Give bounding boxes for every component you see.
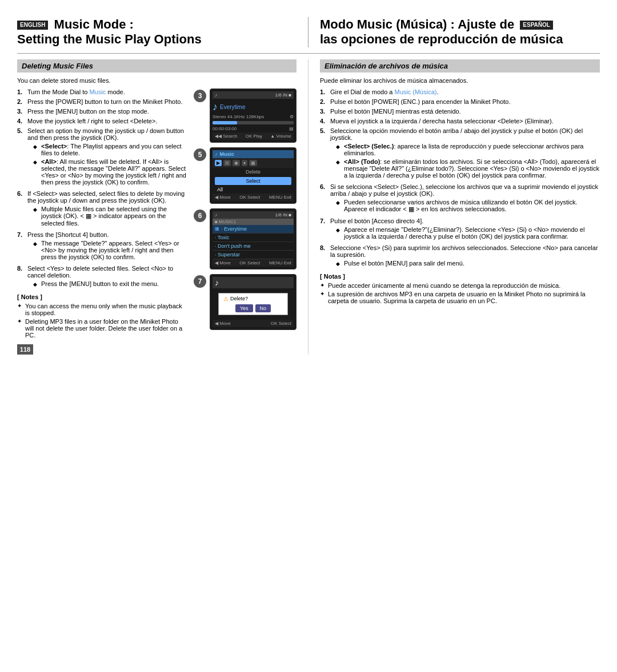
step-6: 6. If <Select> was selected, select file… <box>17 190 188 228</box>
bullet-r8-1: Pulse el botón [MENU] para salir del men… <box>336 260 600 267</box>
step-5-bullets: <Select>: The Playlist appears and you c… <box>27 143 188 186</box>
note-1: ✦ You can access the menu only when the … <box>17 303 188 316</box>
step-7-bullets: The message "Delete?" appears. Select <Y… <box>27 240 188 260</box>
screen-panel-7: ♪ ⚠ Delete? Yes No <box>210 274 297 330</box>
step-3: 3. Press the [MENU] button on the stop m… <box>17 108 188 115</box>
left-column: Deleting Music Files You can delete stor… <box>17 59 308 355</box>
steps-list-right: 1. Gire el Dial de modo a Music (Música)… <box>320 88 600 268</box>
screen3-time: 00:00:03:00 ▤ <box>213 126 294 131</box>
step-1: 1. Turn the Mode Dial to Music mode. <box>17 88 188 95</box>
main-content: Deleting Music Files You can delete stor… <box>17 59 600 355</box>
screen6-folder: ■ MUSIC1 <box>213 219 294 225</box>
step-r1: 1. Gire el Dial de modo a Music (Música)… <box>320 88 600 95</box>
bullet-5-1: <Select>: The Playlist appears and you c… <box>33 143 188 156</box>
step-8-bullets: Press the [MENU] button to exit the menu… <box>27 280 188 287</box>
left-steps-area: 1. Turn the Mode Dial to Music mode. 2. … <box>17 88 188 355</box>
screen-panel-3: ♪ 1/6 IN ■ ♪ Everytime Stereo 44.1KHz 12… <box>210 88 297 143</box>
english-title-line1: ENGLISH Music Mode : <box>17 17 297 32</box>
screen7-music-icon: ♪ <box>215 278 219 287</box>
screen-item-3: 3 ♪ 1/6 IN ■ ♪ Everytime Stereo <box>194 88 297 143</box>
bullet-6-1: Multiple Music files can be selected usi… <box>33 206 188 227</box>
screen5-header: ♪ Music <box>213 150 294 158</box>
steps-list-left: 1. Turn the Mode Dial to Music mode. 2. … <box>17 88 188 289</box>
screen7-bottombar: ◀ Move OK Select <box>213 320 294 327</box>
screen3-music-note: ♪ <box>213 101 218 113</box>
screen5-bottombar: ◀ Move OK Select MENU Exit <box>213 194 294 201</box>
title-left-line1: Music Mode : <box>54 17 134 31</box>
screen5-icon-row: ▶ ⊟ ◉ ♦ ▦ <box>213 158 294 168</box>
spanish-title-line1: Modo Music (Música) : Ajuste de ESPAÑOL <box>320 17 600 32</box>
bullet-r5-2: <All> (Todo): se eliminarán todos los ar… <box>336 158 600 179</box>
note-r1: ✦ Puede acceder únicamente al menú cuand… <box>320 282 600 289</box>
step-8: 8. Select <Yes> to delete selected files… <box>17 265 188 289</box>
spanish-title-text: Modo Music (Música) : Ajuste de <box>320 17 514 31</box>
left-section-title: Deleting Music Files <box>17 59 297 73</box>
screen7-buttons: Yes No <box>223 304 283 312</box>
notes-section-right: [ Notas ] ✦ Puede acceder únicamente al … <box>320 273 600 304</box>
screen6-file-4: · Superstar <box>213 251 294 259</box>
bullet-5-2: <All>: All music files will be deleted. … <box>33 158 188 186</box>
right-column: Eliminación de archivos de música Puede … <box>308 59 600 355</box>
page: ENGLISH Music Mode : Setting the Music P… <box>0 0 617 672</box>
screen3-progress-bar <box>213 121 294 124</box>
bullet-7-1: The message "Delete?" appears. Select <Y… <box>33 240 188 260</box>
notes-list-left: ✦ You can access the menu only when the … <box>17 303 188 339</box>
bullet-r7-1: Aparece el mensaje "Delete?"(¿Eliminar?)… <box>336 226 600 240</box>
screens-area: 3 ♪ 1/6 IN ■ ♪ Everytime Stereo <box>194 88 297 355</box>
note-r2: ✦ La supresión de archivos MP3 en una ca… <box>320 291 600 304</box>
screen3-track-name: Everytime <box>220 103 245 111</box>
page-header: ENGLISH Music Mode : Setting the Music P… <box>17 17 600 54</box>
screen7-dialog-title: ⚠ Delete? <box>223 296 283 302</box>
yes-button[interactable]: Yes <box>235 304 253 312</box>
bullet-r5-1: <Select> (Selec.): aparece la lista de r… <box>336 143 600 156</box>
screen-num-3: 3 <box>194 90 206 102</box>
screen6-bottombar: ◀ Move OK Select MENU Exit <box>213 259 294 267</box>
screen-num-7: 7 <box>194 275 206 288</box>
bullet-8-1: Press the [MENU] button to exit the menu… <box>33 280 188 287</box>
screen3-bottombar: ◀◀ Search OK Play ▲ Volume <box>213 132 294 140</box>
step-7: 7. Press the [Shortcut 4] button. The me… <box>17 231 188 262</box>
screen3-progress-fill <box>213 121 237 124</box>
page-number-area: 118 <box>17 344 188 355</box>
screen7-delete-dialog: ⚠ Delete? Yes No <box>218 293 288 315</box>
step-r7-bullets: Aparece el mensaje "Delete?"(¿Eliminar?)… <box>330 226 600 240</box>
screen3-format: Stereo 44.1KHz 128Kbps ⚙ <box>213 114 294 119</box>
left-intro: You can delete stored music files. <box>17 77 297 84</box>
bullet-r6-1: Pueden seleccionarse varios archivos de … <box>336 199 600 213</box>
english-title-line2: Setting the Music Play Options <box>17 32 297 47</box>
left-content-area: 1. Turn the Mode Dial to Music mode. 2. … <box>17 88 297 355</box>
no-button[interactable]: No <box>255 304 271 312</box>
step-2: 2. Press the [POWER] button to turn on t… <box>17 98 188 105</box>
header-right: Modo Music (Música) : Ajuste de ESPAÑOL … <box>308 17 600 47</box>
screen-item-7: 7 ♪ ⚠ Delete? Yes <box>194 274 297 330</box>
screen-panel-5: ♪ Music ▶ ⊟ ◉ ♦ ▦ Delete Select <box>210 147 297 204</box>
screen5-delete: Delete <box>213 168 294 176</box>
screen6-file-1: ▦ · Everytime <box>213 225 294 234</box>
screen5-all-btn: All <box>215 186 291 193</box>
screen7-topbar: ♪ <box>213 277 294 288</box>
step-r2: 2. Pulse el botón [POWER] (ENC.) para en… <box>320 98 600 105</box>
step-r6: 6. Si se selcciona <Select> (Selec.), se… <box>320 183 600 215</box>
step-4: 4. Move the joystick left / right to sel… <box>17 118 188 124</box>
screen3-track-row: ♪ Everytime <box>213 100 294 114</box>
right-section-title: Eliminación de archivos de música <box>320 59 600 73</box>
step-r7: 7. Pulse el botón [Acceso directo 4]. Ap… <box>320 218 600 242</box>
notes-list-right: ✦ Puede acceder únicamente al menú cuand… <box>320 282 600 304</box>
screen6-topbar: ♪ 1/6 IN ■ <box>213 211 294 219</box>
header-left: ENGLISH Music Mode : Setting the Music P… <box>17 17 308 47</box>
screen-panel-6: ♪ 1/6 IN ■ ■ MUSIC1 ▦ · Everytime <box>210 208 297 269</box>
screen6-file-3: · Don't push me <box>213 242 294 251</box>
notes-title-left: [ Notes ] <box>17 293 188 300</box>
step-r8-bullets: Pulse el botón [MENU] para salir del men… <box>330 260 600 267</box>
screen6-file-2: · Toxic <box>213 234 294 242</box>
step-r3: 3. Pulse el botón [MENU] mientras está d… <box>320 108 600 115</box>
step-6-bullets: Multiple Music files can be selected usi… <box>27 206 188 227</box>
step-r5-bullets: <Select> (Selec.): aparece la lista de r… <box>330 143 600 179</box>
screen-item-6: 6 ♪ 1/6 IN ■ ■ MUSIC1 ▦ · Everyt <box>194 208 297 269</box>
step-r4: 4. Mueva el joystick a la izquierda / de… <box>320 118 600 124</box>
screen-item-5: 5 ♪ Music ▶ ⊟ ◉ ♦ ▦ <box>194 147 297 204</box>
screen3-topbar: ♪ 1/6 IN ■ <box>213 91 294 99</box>
notes-section-left: [ Notes ] ✦ You can access the menu only… <box>17 293 188 339</box>
screen-num-5: 5 <box>194 148 206 161</box>
english-badge: ENGLISH <box>17 21 48 30</box>
